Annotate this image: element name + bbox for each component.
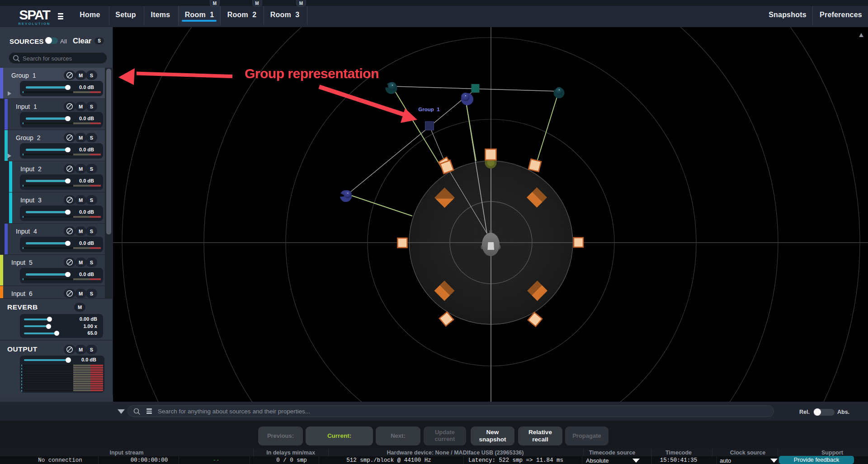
svg-text:Group 1: Group 1 — [418, 107, 440, 112]
svg-text:REVOLUTION: REVOLUTION — [18, 22, 50, 26]
svg-text:Group representation: Group representation — [245, 66, 379, 81]
svg-text:SPAT: SPAT — [19, 7, 50, 22]
